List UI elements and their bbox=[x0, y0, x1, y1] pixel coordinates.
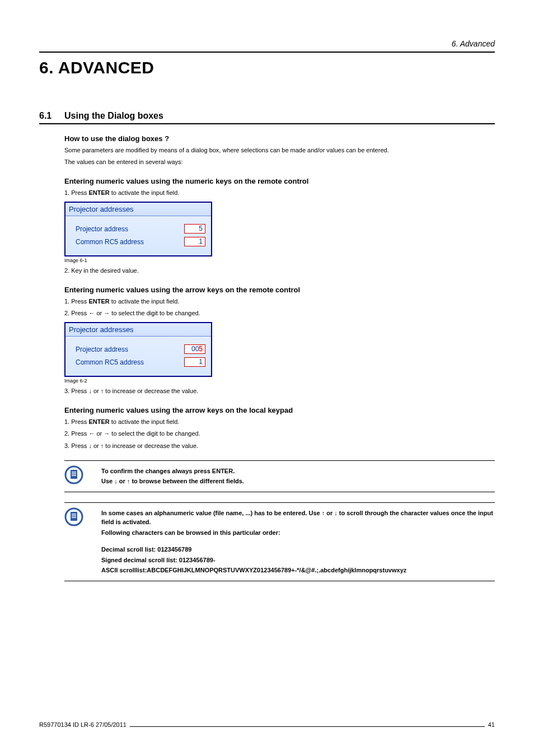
running-header: 6. Advanced bbox=[39, 39, 495, 52]
image-caption: Image 6-2 bbox=[64, 378, 495, 384]
note-text: To confirm the changes always press ENTE… bbox=[86, 465, 495, 487]
sub-heading-arrow-remote: Entering numeric values using the arrow … bbox=[64, 286, 495, 294]
sub-heading-howto: How to use the dialog boxes ? bbox=[64, 134, 495, 143]
step-text: 2. Key in the desired value. bbox=[64, 267, 495, 275]
chapter-title: 6. ADVANCED bbox=[39, 58, 495, 77]
step-prefix: 1. Press bbox=[64, 418, 88, 425]
step-text: 3. Press ↓ or ↑ to increase or decrease … bbox=[64, 387, 495, 395]
svg-rect-1 bbox=[71, 470, 77, 479]
note-icon bbox=[64, 507, 86, 526]
step-bold: ENTER bbox=[88, 298, 109, 305]
step-text: 1. Press ENTER to activate the input fie… bbox=[64, 297, 495, 306]
dialog-body: Projector address 5 Common RC5 address 1 bbox=[65, 216, 211, 255]
value-prefix: 00 bbox=[191, 345, 199, 353]
note-text: In some cases an alphanumeric value (fil… bbox=[86, 507, 495, 576]
step-text: 2. Press ← or → to select the digit to b… bbox=[64, 430, 495, 438]
dialog-title: Projector addresses bbox=[65, 323, 211, 337]
step-suffix: to activate the input field. bbox=[110, 189, 180, 196]
dialog-label: Projector address bbox=[76, 225, 128, 233]
dialog-label: Common RC5 address bbox=[76, 238, 144, 246]
step-text: 1. Press ENTER to activate the input fie… bbox=[64, 418, 495, 426]
note-block: To confirm the changes always press ENTE… bbox=[64, 460, 495, 492]
section-number: 6.1 bbox=[39, 111, 64, 121]
svg-rect-6 bbox=[71, 512, 77, 521]
note-block: In some cases an alphanumeric value (fil… bbox=[64, 502, 495, 581]
note-line: To confirm the changes always press ENTE… bbox=[101, 466, 495, 476]
dialog-row: Common RC5 address 1 bbox=[76, 237, 205, 246]
note-rule bbox=[64, 581, 495, 581]
dialog-input[interactable]: 005 bbox=[184, 344, 205, 354]
dialog-title: Projector addresses bbox=[65, 203, 211, 216]
note-line: Following characters can be browsed in t… bbox=[101, 528, 495, 538]
dialog-input[interactable]: 1 bbox=[184, 237, 205, 246]
note-line: In some cases an alphanumeric value (fil… bbox=[101, 508, 495, 527]
note-line: Use ↓ or ↑ to browse between the differe… bbox=[101, 477, 495, 486]
dialog-projector-addresses: Projector addresses Projector address 5 … bbox=[64, 202, 212, 256]
section-heading: 6.1 Using the Dialog boxes bbox=[39, 111, 495, 123]
dialog-label: Projector address bbox=[76, 346, 128, 353]
step-prefix: 1. Press bbox=[64, 189, 88, 196]
note-line: Signed decimal scroll list: 0123456789- bbox=[101, 556, 495, 565]
step-text: 3. Press ↓ or ↑ to increase or decrease … bbox=[64, 442, 495, 450]
sub-heading-arrow-keypad: Entering numeric values using the arrow … bbox=[64, 406, 495, 414]
note-line: ASCII scrolllist:ABCDEFGHIJKLMNOPQRSTUVW… bbox=[101, 566, 495, 575]
dialog-projector-addresses: Projector addresses Projector address 00… bbox=[64, 322, 212, 377]
section-title: Using the Dialog boxes bbox=[64, 111, 163, 121]
note-icon bbox=[64, 465, 86, 484]
dialog-row: Projector address 5 bbox=[76, 224, 205, 234]
step-bold: ENTER bbox=[88, 418, 109, 425]
dialog-body: Projector address 005 Common RC5 address… bbox=[65, 337, 211, 376]
step-prefix: 1. Press bbox=[64, 298, 88, 305]
dialog-row: Projector address 005 bbox=[76, 344, 205, 354]
dialog-label: Common RC5 address bbox=[76, 358, 144, 366]
page: 6. Advanced 6. ADVANCED 6.1 Using the Di… bbox=[0, 0, 534, 756]
dialog-input[interactable]: 1 bbox=[184, 357, 205, 367]
value-highlight: 5 bbox=[199, 345, 203, 353]
note-rule bbox=[64, 492, 495, 492]
image-caption: Image 6-1 bbox=[64, 258, 495, 263]
sub-heading-numeric-remote: Entering numeric values using the numeri… bbox=[64, 177, 495, 185]
step-suffix: to activate the input field. bbox=[110, 418, 180, 425]
footer-rule bbox=[130, 726, 485, 727]
body-text: Some parameters are modified by means of… bbox=[64, 146, 495, 155]
page-footer: R59770134 ID LR-6 27/05/2011 41 bbox=[39, 721, 495, 728]
step-text: 2. Press ← or → to select the digit to b… bbox=[64, 309, 495, 318]
step-text: 1. Press ENTER to activate the input fie… bbox=[64, 189, 495, 197]
content-area: How to use the dialog boxes ? Some param… bbox=[64, 134, 495, 581]
footer-page-number: 41 bbox=[488, 721, 495, 728]
step-suffix: to activate the input field. bbox=[110, 298, 180, 305]
section-rule bbox=[39, 123, 495, 124]
header-rule bbox=[39, 52, 495, 53]
dialog-input[interactable]: 5 bbox=[184, 224, 205, 234]
body-text: The values can be entered in several way… bbox=[64, 158, 495, 166]
step-bold: ENTER bbox=[88, 189, 109, 196]
footer-left: R59770134 ID LR-6 27/05/2011 bbox=[39, 721, 127, 728]
note-line: Decimal scroll list: 0123456789 bbox=[101, 545, 495, 554]
dialog-row: Common RC5 address 1 bbox=[76, 357, 205, 367]
